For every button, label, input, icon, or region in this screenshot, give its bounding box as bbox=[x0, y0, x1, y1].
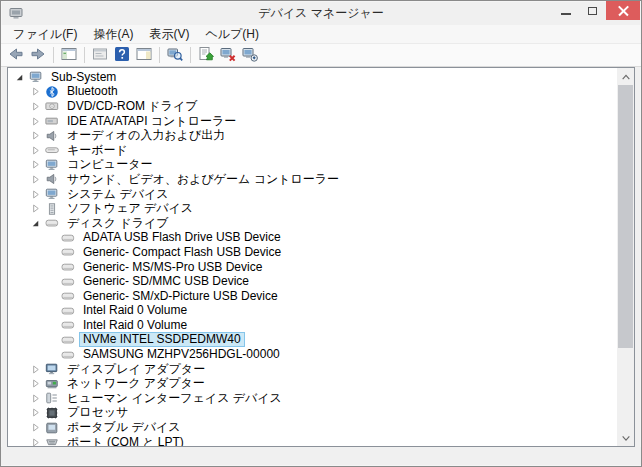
tree-item[interactable]: NVMe INTEL SSDPEDMW40 bbox=[8, 333, 617, 348]
tree-item-label: コンピューター bbox=[63, 157, 156, 172]
tree-item[interactable]: DVD/CD-ROM ドライブ bbox=[8, 99, 617, 114]
expander-icon bbox=[45, 246, 58, 258]
expander-icon[interactable] bbox=[29, 144, 42, 156]
tree-item-label: プロセッサ bbox=[63, 405, 132, 420]
action-pane-toggle-icon bbox=[136, 46, 152, 65]
disk-drive-icon bbox=[60, 348, 75, 362]
expander-icon[interactable] bbox=[29, 392, 42, 404]
expander-icon[interactable] bbox=[29, 363, 42, 375]
titlebar: デバイス マネージャー bbox=[1, 1, 641, 25]
expander-icon[interactable] bbox=[29, 436, 42, 446]
forward-arrow-button[interactable] bbox=[28, 45, 48, 65]
expander-icon[interactable] bbox=[29, 115, 42, 127]
expander-icon[interactable] bbox=[29, 86, 42, 98]
tree-item[interactable]: Intel Raid 0 Volume bbox=[8, 318, 617, 333]
expander-icon[interactable] bbox=[29, 407, 42, 419]
expander-icon[interactable] bbox=[13, 71, 26, 83]
console-tree-toggle-button[interactable] bbox=[59, 45, 79, 65]
properties-window-icon bbox=[92, 46, 108, 65]
tree-item-label: サウンド、ビデオ、およびゲーム コントローラー bbox=[63, 172, 343, 187]
expander-icon[interactable] bbox=[29, 130, 42, 142]
tree-item[interactable]: Bluetooth bbox=[8, 85, 617, 100]
scrollbar-thumb[interactable] bbox=[618, 85, 633, 348]
tree-item[interactable]: ポータブル デバイス bbox=[8, 420, 617, 435]
expander-icon bbox=[45, 349, 58, 361]
computer-icon bbox=[28, 70, 43, 84]
hid-icon bbox=[44, 391, 59, 405]
expander-icon bbox=[45, 261, 58, 273]
expander-icon[interactable] bbox=[29, 422, 42, 434]
tree-item[interactable]: オーディオの入力および出力 bbox=[8, 128, 617, 143]
tree-item[interactable]: ヒューマン インターフェイス デバイス bbox=[8, 391, 617, 406]
tree-item-label: オーディオの入力および出力 bbox=[63, 128, 229, 143]
disable-device-button[interactable] bbox=[240, 45, 260, 65]
tree-item[interactable]: Generic- MS/MS-Pro USB Device bbox=[8, 260, 617, 275]
scrollbar-track[interactable] bbox=[617, 85, 634, 429]
toolbar-separator bbox=[84, 47, 85, 63]
maximize-button[interactable] bbox=[579, 1, 606, 20]
tree-item-label: ソフトウェア デバイス bbox=[63, 201, 197, 216]
tree-item[interactable]: ポート (COM と LPT) bbox=[8, 435, 617, 446]
scroll-down-button[interactable] bbox=[617, 429, 634, 446]
expander-icon[interactable] bbox=[29, 378, 42, 390]
menu-item[interactable]: ファイル(F) bbox=[5, 25, 85, 44]
tree-item[interactable]: キーボード bbox=[8, 143, 617, 158]
portable-device-icon bbox=[44, 421, 59, 435]
scan-hardware-changes-button[interactable] bbox=[165, 45, 185, 65]
update-driver-button[interactable] bbox=[196, 45, 216, 65]
help-button[interactable] bbox=[112, 45, 132, 65]
expander-icon[interactable] bbox=[29, 100, 42, 112]
close-icon bbox=[618, 5, 629, 16]
audio-icon bbox=[44, 172, 59, 186]
expander-icon bbox=[45, 305, 58, 317]
tree-item[interactable]: ネットワーク アダプター bbox=[8, 376, 617, 391]
expander-icon[interactable] bbox=[29, 217, 42, 229]
expander-icon[interactable] bbox=[29, 173, 42, 185]
tree-item[interactable]: ディスク ドライブ bbox=[8, 216, 617, 231]
tree-item[interactable]: SAMSUNG MZHPV256HDGL-00000 bbox=[8, 347, 617, 362]
tree-item[interactable]: ディスプレイ アダプター bbox=[8, 362, 617, 377]
tree-item[interactable]: プロセッサ bbox=[8, 406, 617, 421]
tree-item[interactable]: Generic- SD/MMC USB Device bbox=[8, 274, 617, 289]
action-pane-toggle-button[interactable] bbox=[134, 45, 154, 65]
scan-hardware-changes-icon bbox=[167, 46, 183, 65]
disk-drive-icon bbox=[60, 318, 75, 332]
expander-icon[interactable] bbox=[29, 203, 42, 215]
tree-item[interactable]: IDE ATA/ATAPI コントローラー bbox=[8, 114, 617, 129]
expander-icon bbox=[45, 334, 58, 346]
disk-drive-icon bbox=[60, 333, 75, 347]
tree-item-label: Sub-System bbox=[47, 70, 120, 85]
toolbar-separator bbox=[190, 47, 191, 63]
expander-icon bbox=[45, 276, 58, 288]
tree-item-label: ポータブル デバイス bbox=[63, 420, 185, 435]
close-button[interactable] bbox=[606, 1, 640, 20]
tree-item[interactable]: Generic- Compact Flash USB Device bbox=[8, 245, 617, 260]
expander-icon[interactable] bbox=[29, 159, 42, 171]
tree-item[interactable]: Sub-System bbox=[8, 70, 617, 85]
menu-item[interactable]: ヘルプ(H) bbox=[197, 25, 267, 44]
properties-window-button[interactable] bbox=[90, 45, 110, 65]
disk-drive-icon bbox=[60, 275, 75, 289]
disk-drive-icon bbox=[60, 304, 75, 318]
tree-item[interactable]: サウンド、ビデオ、およびゲーム コントローラー bbox=[8, 172, 617, 187]
vertical-scrollbar[interactable] bbox=[617, 68, 634, 446]
menu-item[interactable]: 操作(A) bbox=[85, 25, 141, 44]
tree-item[interactable]: Generic- SM/xD-Picture USB Device bbox=[8, 289, 617, 304]
expander-icon[interactable] bbox=[29, 188, 42, 200]
dvd-drive-icon bbox=[44, 99, 59, 113]
menu-item[interactable]: 表示(V) bbox=[141, 25, 197, 44]
tree-item[interactable]: コンピューター bbox=[8, 158, 617, 173]
minimize-button[interactable] bbox=[552, 1, 579, 20]
tree-item[interactable]: ADATA USB Flash Drive USB Device bbox=[8, 231, 617, 246]
tree-item[interactable]: ソフトウェア デバイス bbox=[8, 201, 617, 216]
tree-item-label: ADATA USB Flash Drive USB Device bbox=[79, 230, 285, 245]
tree-item-label: Generic- Compact Flash USB Device bbox=[79, 245, 285, 260]
uninstall-device-button[interactable] bbox=[218, 45, 238, 65]
bottom-strip bbox=[1, 447, 641, 465]
disk-drive-icon bbox=[44, 216, 59, 230]
tree-item[interactable]: システム デバイス bbox=[8, 187, 617, 202]
toolbar-separator bbox=[53, 47, 54, 63]
back-arrow-button[interactable] bbox=[6, 45, 26, 65]
scroll-up-button[interactable] bbox=[617, 68, 634, 85]
tree-item[interactable]: Intel Raid 0 Volume bbox=[8, 304, 617, 319]
